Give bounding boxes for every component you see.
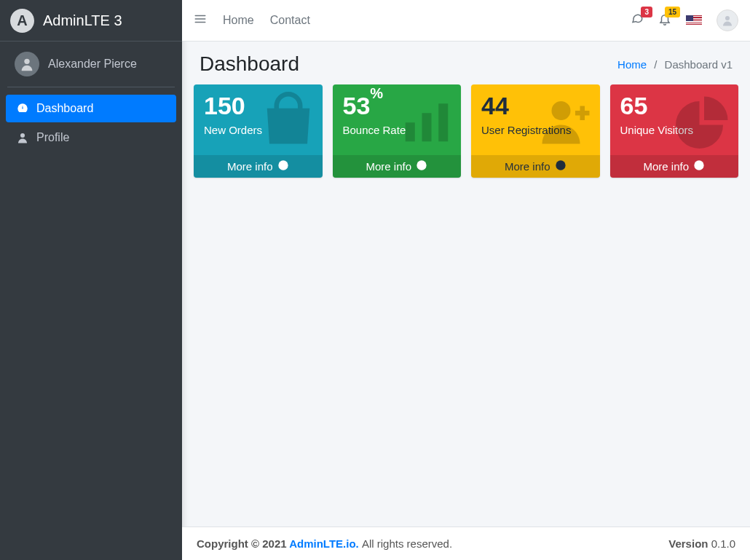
arrow-circle-right-icon: [277, 159, 289, 173]
topbar-link-contact[interactable]: Contact: [270, 14, 310, 27]
sidebar-item-label: Dashboard: [36, 102, 93, 115]
page-title: Dashboard: [200, 52, 299, 76]
stat-more-info-link[interactable]: More info: [194, 155, 323, 178]
bag-icon: [260, 92, 317, 151]
user-plus-icon: [537, 92, 594, 151]
footer-version: Version 0.1.0: [668, 537, 735, 550]
sidebar-item-label: Profile: [36, 131, 69, 144]
svg-rect-9: [438, 103, 448, 141]
user-name: Alexander Pierce: [48, 58, 137, 71]
content-header: Dashboard Home / Dashboard v1: [182, 42, 750, 84]
topbar: Home Contact 3 15: [182, 0, 750, 42]
topbar-link-home[interactable]: Home: [223, 14, 254, 27]
notifications-badge: 15: [665, 7, 680, 17]
tachometer-icon: [15, 102, 31, 115]
notifications-button[interactable]: 15: [658, 12, 671, 28]
svg-point-0: [24, 59, 29, 64]
breadcrumb-separator: /: [654, 58, 657, 71]
stats-bars-icon: [398, 92, 455, 151]
stat-box-new-orders: 150 New Orders More info: [194, 84, 323, 178]
main: Home Contact 3 15: [182, 0, 750, 560]
sidebar-nav: Dashboard Profile: [0, 87, 182, 160]
svg-rect-7: [406, 122, 415, 141]
sidebar-item-profile[interactable]: Profile: [6, 124, 176, 151]
user-icon: [15, 131, 31, 144]
user-avatar-icon: [15, 52, 39, 76]
stat-more-info-link[interactable]: More info: [610, 155, 739, 178]
footer-copyright: Copyright © 2021 AdminLTE.io. All rights…: [197, 537, 452, 550]
breadcrumb-home[interactable]: Home: [617, 58, 647, 71]
topbar-right: 3 15: [631, 9, 738, 31]
stat-box-bounce-rate: 53% Bounce Rate More info: [333, 84, 462, 178]
menu-toggle-button[interactable]: [194, 12, 207, 28]
svg-point-1: [20, 133, 25, 138]
breadcrumb: Home / Dashboard v1: [617, 58, 733, 71]
page-footer: Copyright © 2021 AdminLTE.io. All rights…: [182, 527, 750, 560]
language-flag-icon[interactable]: [686, 15, 702, 26]
topbar-left: Home Contact: [194, 12, 310, 28]
sidebar: A AdminLTE 3 Alexander Pierce Dashboard …: [0, 0, 182, 560]
svg-rect-8: [422, 113, 432, 141]
brand-name: AdminLTE 3: [43, 12, 122, 29]
sidebar-item-dashboard[interactable]: Dashboard: [6, 95, 176, 122]
brand-logo-letter: A: [17, 12, 27, 29]
pie-chart-icon: [676, 92, 733, 151]
stat-row: 150 New Orders More info 53% Bounce Rate: [194, 84, 738, 178]
arrow-circle-right-icon: [416, 159, 427, 173]
user-menu-button[interactable]: [717, 9, 738, 31]
user-panel[interactable]: Alexander Pierce: [7, 42, 175, 87]
stat-more-info-link[interactable]: More info: [471, 155, 600, 178]
messages-badge: 3: [641, 7, 652, 17]
brand[interactable]: A AdminLTE 3: [0, 0, 182, 42]
arrow-circle-right-icon: [693, 159, 705, 173]
messages-button[interactable]: 3: [631, 12, 644, 28]
svg-point-5: [725, 16, 730, 20]
content: 150 New Orders More info 53% Bounce Rate: [182, 84, 750, 527]
stat-more-info-link[interactable]: More info: [333, 155, 462, 178]
stat-box-unique-visitors: 65 Unique Visitors More info: [610, 84, 739, 178]
breadcrumb-current: Dashboard v1: [665, 58, 733, 71]
svg-point-11: [551, 101, 570, 120]
stat-box-user-registrations: 44 User Registrations More info: [471, 84, 600, 178]
footer-brand-link[interactable]: AdminLTE.io.: [289, 537, 359, 550]
brand-logo-icon: A: [10, 9, 34, 33]
arrow-circle-right-icon: [555, 159, 567, 173]
